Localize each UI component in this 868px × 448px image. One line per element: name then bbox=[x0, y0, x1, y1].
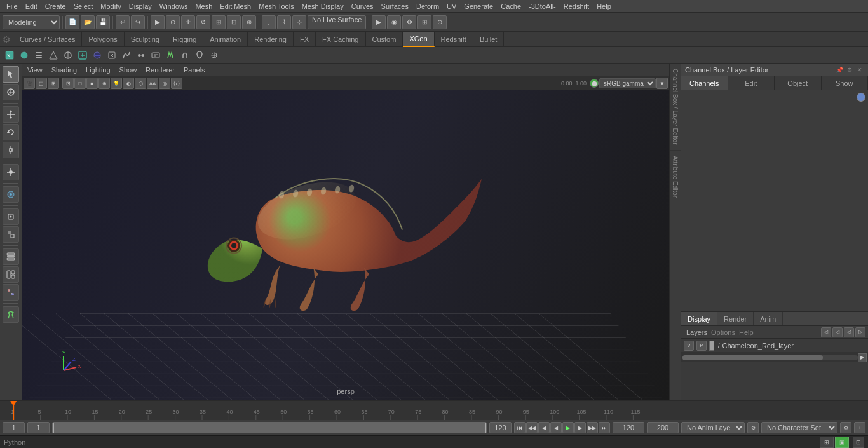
settings-gear-icon[interactable]: ⚙ bbox=[3, 34, 11, 44]
taskbar-icon-1[interactable]: ⊞ bbox=[820, 437, 834, 448]
python-bar-icon[interactable]: ⊡ bbox=[853, 437, 864, 448]
ch-icon-pin[interactable]: 📌 bbox=[835, 65, 844, 74]
menu-create[interactable]: Create bbox=[41, 1, 70, 11]
snap-grid-btn[interactable]: ⋮ bbox=[262, 15, 276, 29]
viewport-menu-view[interactable]: View bbox=[25, 65, 45, 75]
layers-scrollbar-thumb[interactable] bbox=[682, 355, 823, 360]
go-start-btn[interactable]: ⏮ bbox=[514, 422, 526, 433]
menu-cache[interactable]: Cache bbox=[497, 1, 525, 11]
live-surface-btn[interactable]: No Live Surface bbox=[308, 15, 366, 29]
timeline-canvas[interactable] bbox=[0, 401, 674, 420]
tab-fx[interactable]: FX bbox=[294, 32, 316, 47]
menu-deform[interactable]: Deform bbox=[412, 1, 443, 11]
tab-redshift[interactable]: Redshift bbox=[435, 32, 473, 47]
ch-tab-channels[interactable]: Channels bbox=[681, 76, 728, 90]
create-layer-tool[interactable] bbox=[3, 248, 19, 265]
next-frame-btn[interactable]: ▶ bbox=[574, 422, 586, 433]
viewport-menu-shading[interactable]: Shading bbox=[49, 65, 79, 75]
workspace-dropdown[interactable]: Modeling bbox=[3, 15, 60, 29]
vp-camera-btn[interactable]: 🎥 bbox=[24, 78, 35, 89]
viewport-menu-lighting[interactable]: Lighting bbox=[83, 65, 113, 75]
layer-tab-display[interactable]: Display bbox=[681, 312, 717, 325]
tab-fx-caching[interactable]: FX Caching bbox=[316, 32, 365, 47]
vp-film-btn[interactable]: ◫ bbox=[36, 78, 47, 89]
layers-menu-layers[interactable]: Layers bbox=[686, 329, 707, 336]
open-file-btn[interactable]: 📂 bbox=[81, 15, 95, 29]
vp-xray-btn[interactable]: ⟨x⟩ bbox=[171, 78, 182, 89]
menu-surfaces[interactable]: Surfaces bbox=[377, 1, 412, 11]
snap-curve-btn[interactable]: ⌇ bbox=[277, 15, 291, 29]
xgen-icon-2[interactable] bbox=[17, 48, 31, 62]
tab-custom[interactable]: Custom bbox=[366, 32, 403, 47]
layers-menu-help[interactable]: Help bbox=[739, 329, 754, 336]
viewport[interactable]: View Shading Lighting Show Renderer Pane… bbox=[22, 64, 669, 400]
menu-generate[interactable]: Generate bbox=[460, 1, 497, 11]
hypershade-tool[interactable] bbox=[3, 284, 19, 301]
xgen-icon-15[interactable] bbox=[207, 48, 221, 62]
layer-tab-render[interactable]: Render bbox=[717, 312, 754, 325]
range-out-display[interactable] bbox=[647, 422, 679, 433]
menu-file[interactable]: File bbox=[3, 1, 22, 11]
rotate-tool[interactable] bbox=[3, 124, 19, 140]
tab-xgen[interactable]: XGen bbox=[403, 32, 434, 47]
vp-light-btn[interactable]: 💡 bbox=[111, 78, 122, 89]
snap-tool-btn[interactable]: ⊡ bbox=[227, 15, 241, 29]
tab-rigging[interactable]: Rigging bbox=[166, 32, 203, 47]
xgen-icon-8[interactable] bbox=[105, 48, 119, 62]
render-settings-btn[interactable]: ⚙ bbox=[402, 15, 416, 29]
menu-mesh-display[interactable]: Mesh Display bbox=[298, 1, 348, 11]
save-file-btn[interactable]: 💾 bbox=[96, 15, 110, 29]
xgen-icon-9[interactable] bbox=[119, 48, 133, 62]
menu-uv[interactable]: UV bbox=[443, 1, 460, 11]
show-manipulator-tool[interactable] bbox=[3, 208, 19, 225]
anim-layer-icon[interactable]: ⚙ bbox=[747, 422, 759, 433]
xgen-icon-5[interactable] bbox=[61, 48, 75, 62]
quick-layout-tool[interactable] bbox=[3, 266, 19, 283]
xgen-icon-3[interactable] bbox=[32, 48, 46, 62]
side-label-channel-box[interactable]: Channel Box / Layer Editor bbox=[670, 64, 681, 151]
timeline-range-slider[interactable] bbox=[52, 422, 487, 433]
xgen-icon-6[interactable] bbox=[76, 48, 90, 62]
menu-modify[interactable]: Modify bbox=[97, 1, 125, 11]
vp-wireframe-btn[interactable]: □ bbox=[74, 78, 86, 89]
tab-bullet[interactable]: Bullet bbox=[473, 32, 505, 47]
xgen-icon-1[interactable]: X bbox=[3, 48, 17, 62]
move-tool[interactable] bbox=[3, 106, 19, 123]
vp-gamma-dropdown[interactable]: sRGB gamma bbox=[599, 78, 656, 88]
menu-mesh[interactable]: Mesh bbox=[191, 1, 216, 11]
ipr-btn[interactable]: ◉ bbox=[387, 15, 401, 29]
ch-tab-object[interactable]: Object bbox=[775, 76, 822, 90]
universal-tool[interactable] bbox=[3, 164, 19, 180]
menu-curves[interactable]: Curves bbox=[348, 1, 377, 11]
redo-btn[interactable]: ↪ bbox=[131, 15, 145, 29]
move-tool-btn[interactable]: ✛ bbox=[181, 15, 195, 29]
viewport-menu-show[interactable]: Show bbox=[117, 65, 140, 75]
tab-rendering[interactable]: Rendering bbox=[248, 32, 294, 47]
rotate-tool-btn[interactable]: ↺ bbox=[196, 15, 210, 29]
layers-icon-1[interactable]: ◁ bbox=[821, 327, 831, 337]
undo-btn[interactable]: ↩ bbox=[116, 15, 130, 29]
layers-scroll-right[interactable]: ▶ bbox=[858, 353, 867, 362]
ch-tab-edit[interactable]: Edit bbox=[728, 76, 775, 90]
next-key-btn[interactable]: ▶▶ bbox=[587, 422, 598, 433]
layers-menu-options[interactable]: Options bbox=[711, 329, 735, 336]
scale-tool[interactable] bbox=[3, 142, 19, 158]
vp-solid-btn[interactable]: ■ bbox=[86, 78, 98, 89]
tab-animation[interactable]: Animation bbox=[203, 32, 248, 47]
range-right-handle[interactable] bbox=[485, 423, 486, 433]
paint-select-tool[interactable] bbox=[3, 84, 19, 100]
xgen-icon-11[interactable] bbox=[149, 48, 163, 62]
menu-windows[interactable]: Windows bbox=[156, 1, 192, 11]
ch-icon-settings[interactable]: ⚙ bbox=[845, 65, 854, 74]
menu-help[interactable]: Help bbox=[593, 1, 615, 11]
taskbar-icon-2[interactable]: ▣ bbox=[835, 437, 849, 448]
range-end-input[interactable] bbox=[489, 422, 512, 433]
char-set-icon1[interactable]: ⚙ bbox=[840, 422, 851, 433]
play-back-btn[interactable]: ◀ bbox=[550, 422, 562, 433]
layer-item-chameleon[interactable]: V P / Chameleon_Red_layer bbox=[681, 339, 868, 353]
snap-point-btn[interactable]: ⊹ bbox=[292, 15, 306, 29]
layers-icon-4[interactable]: ▷ bbox=[855, 327, 865, 337]
layers-icon-3[interactable]: ◁ bbox=[844, 327, 854, 337]
vp-ao-btn[interactable]: ⬡ bbox=[135, 78, 146, 89]
tab-sculpting[interactable]: Sculpting bbox=[125, 32, 166, 47]
